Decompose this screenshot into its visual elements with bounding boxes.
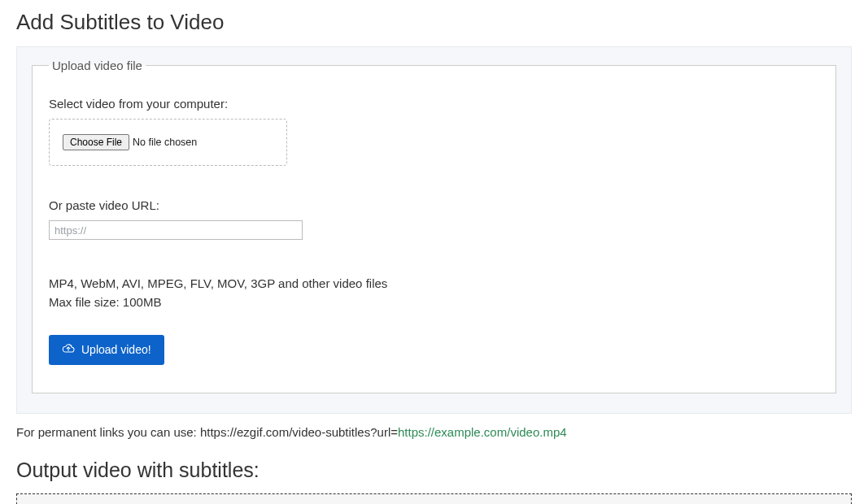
permalink-prefix: For permanent links you can use: https:/…: [16, 425, 398, 439]
permalink-hint: For permanent links you can use: https:/…: [16, 425, 852, 439]
permalink-example-link[interactable]: https://example.com/video.mp4: [398, 425, 567, 439]
file-drop-zone[interactable]: Choose File No file chosen: [49, 119, 287, 166]
formats-text: MP4, WebM, AVI, MPEG, FLV, MOV, 3GP and …: [49, 274, 819, 293]
upload-legend: Upload video file: [49, 59, 146, 72]
upload-button-label: Upload video!: [81, 343, 151, 356]
upload-fieldset: Upload video file Select video from your…: [32, 59, 836, 393]
maxsize-text: Max file size: 100MB: [49, 293, 819, 311]
video-url-input[interactable]: [49, 220, 303, 240]
paste-url-label: Or paste video URL:: [49, 198, 819, 212]
upload-panel: Upload video file Select video from your…: [16, 46, 852, 414]
output-placeholder: [16, 493, 852, 505]
page-title: Add Subtitles to Video: [16, 10, 852, 35]
output-heading: Output video with subtitles:: [16, 458, 852, 482]
upload-video-button[interactable]: Upload video!: [49, 335, 164, 365]
upload-hints: MP4, WebM, AVI, MPEG, FLV, MOV, 3GP and …: [49, 274, 819, 312]
file-status-text: No file chosen: [133, 137, 197, 148]
select-video-label: Select video from your computer:: [49, 97, 819, 111]
choose-file-button[interactable]: Choose File: [63, 134, 129, 150]
cloud-upload-icon: [62, 342, 75, 358]
